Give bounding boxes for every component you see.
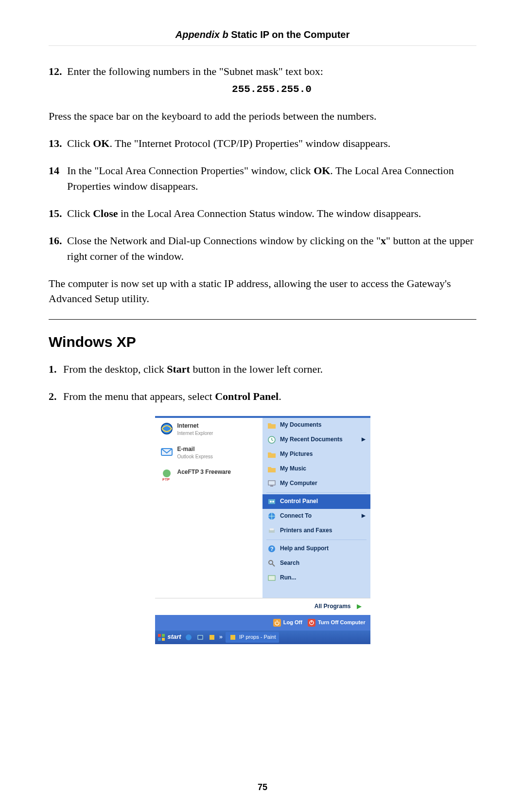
my-music-item[interactable]: My Music	[262, 462, 370, 476]
aceftp-item[interactable]: FTP AceFTP 3 Freeware	[160, 468, 258, 482]
svg-rect-23	[162, 634, 165, 637]
step-text: Enter the following numbers in the "Subn…	[67, 64, 476, 97]
step-text: Close the Network and Dial-up Connection…	[67, 233, 476, 264]
folder-icon	[267, 421, 276, 430]
paint-icon	[228, 633, 237, 642]
shutdown-button[interactable]: Turn Off Computer	[307, 618, 366, 627]
xp-steps: 1. From the desktop, click Start button …	[49, 361, 476, 404]
task-label: IP props - Paint	[239, 633, 276, 641]
svg-rect-27	[198, 635, 203, 639]
screenshot-wrapper: Internet Internet Explorer E-mail Outloo…	[49, 416, 476, 644]
my-recent-item[interactable]: My Recent Documents ▶	[262, 433, 370, 447]
section-rule	[49, 319, 476, 320]
svg-rect-29	[230, 635, 235, 640]
help-label: Help and Support	[280, 544, 329, 553]
body-content: 12. Enter the following numbers in the "…	[49, 64, 476, 644]
page-title: Static IP on the Computer	[228, 29, 350, 40]
logoff-button[interactable]: Log Off	[273, 618, 302, 627]
all-programs-label: All Programs	[315, 602, 351, 611]
computer-icon	[267, 479, 276, 488]
help-item[interactable]: ? Help and Support	[262, 541, 370, 556]
menu-separator	[266, 492, 367, 493]
svg-rect-24	[158, 638, 161, 641]
step-15: 15. Click Close in the Local Area Connec…	[49, 206, 476, 221]
ie-icon	[160, 422, 174, 435]
svg-text:FTP: FTP	[162, 477, 170, 481]
header-rule	[49, 45, 476, 46]
step-number: 13.	[49, 136, 67, 151]
search-item[interactable]: Search	[262, 556, 370, 571]
svg-rect-25	[162, 638, 165, 641]
step-14: 14 In the "Local Area Connection Propert…	[49, 163, 476, 194]
start-menu-right-pane: My Documents My Recent Documents ▶ My Pi…	[262, 418, 370, 598]
section-heading: Windows XP	[49, 331, 476, 353]
conclusion-para: The computer is now set up with a static…	[49, 276, 476, 307]
internet-label: Internet	[177, 422, 213, 430]
svg-point-2	[163, 469, 171, 477]
aceftp-label: AceFTP 3 Freeware	[177, 468, 231, 476]
control-panel-item[interactable]: Control Panel	[262, 494, 370, 509]
search-icon	[267, 559, 276, 568]
arrow-right-icon	[355, 602, 364, 611]
svg-line-16	[272, 564, 275, 566]
menu-separator	[266, 540, 367, 540]
internet-item[interactable]: Internet Internet Explorer	[160, 422, 258, 437]
email-item[interactable]: E-mail Outlook Express	[160, 445, 258, 461]
connect-to-label: Connect To	[280, 512, 312, 520]
step-text: From the menu that appears, select Contr…	[63, 389, 476, 404]
start-button[interactable]: start	[157, 632, 181, 642]
step-number: 1.	[49, 361, 63, 377]
connect-to-item[interactable]: Connect To ▶	[262, 509, 370, 523]
all-programs-row[interactable]: All Programs	[155, 598, 370, 615]
instruction-para: Press the space bar on the keyboard to a…	[49, 108, 476, 124]
step-text: From the desktop, click Start button in …	[63, 361, 476, 377]
printers-label: Printers and Faxes	[280, 526, 332, 535]
page-header: Appendix b Static IP on the Computer	[49, 29, 476, 40]
svg-text:?: ?	[270, 546, 274, 552]
step-12: 12. Enter the following numbers in the "…	[49, 64, 476, 97]
shutdown-icon	[307, 618, 316, 627]
page-number: 75	[0, 782, 525, 793]
start-label: start	[168, 632, 181, 642]
email-label: E-mail	[177, 445, 213, 453]
printers-item[interactable]: Printers and Faxes	[262, 523, 370, 538]
svg-rect-17	[268, 576, 275, 580]
paint-tray-icon[interactable]	[208, 633, 216, 642]
run-icon	[267, 574, 276, 582]
my-documents-item[interactable]: My Documents	[262, 418, 370, 433]
svg-point-26	[186, 634, 192, 640]
start-menu-columns: Internet Internet Explorer E-mail Outloo…	[155, 418, 370, 598]
logoff-label: Log Off	[283, 619, 302, 627]
tray-chevron[interactable]: »	[219, 632, 223, 642]
folder-icon	[267, 450, 276, 459]
run-item[interactable]: Run...	[262, 571, 370, 585]
control-panel-label: Control Panel	[280, 497, 318, 505]
document-page: Appendix b Static IP on the Computer 12.…	[0, 0, 525, 812]
recent-icon	[267, 435, 276, 444]
my-music-label: My Music	[280, 465, 306, 473]
svg-point-0	[161, 423, 172, 434]
folder-icon	[267, 465, 276, 473]
step-number: 2.	[49, 389, 63, 404]
run-label: Run...	[280, 574, 296, 582]
help-icon: ?	[267, 544, 276, 553]
svg-rect-12	[270, 528, 274, 530]
step-16: 16. Close the Network and Dial-up Connec…	[49, 233, 476, 264]
taskbar-task[interactable]: IP props - Paint	[226, 632, 279, 643]
search-label: Search	[280, 559, 299, 567]
my-pictures-label: My Pictures	[280, 450, 313, 458]
my-computer-item[interactable]: My Computer	[262, 476, 370, 491]
svg-point-8	[270, 501, 272, 503]
step-13: 13. Click OK. The "Internet Protocol (TC…	[49, 136, 476, 151]
outlook-icon	[160, 445, 174, 459]
submenu-arrow-icon: ▶	[362, 512, 366, 520]
control-panel-icon	[267, 497, 276, 506]
my-documents-label: My Documents	[280, 421, 321, 429]
svg-rect-22	[158, 634, 161, 637]
ie-tray-icon[interactable]	[184, 633, 193, 642]
svg-rect-6	[270, 486, 273, 487]
step-number: 12.	[49, 64, 67, 97]
my-pictures-item[interactable]: My Pictures	[262, 447, 370, 462]
media-tray-icon[interactable]	[196, 633, 205, 642]
shutdown-label: Turn Off Computer	[318, 619, 366, 627]
